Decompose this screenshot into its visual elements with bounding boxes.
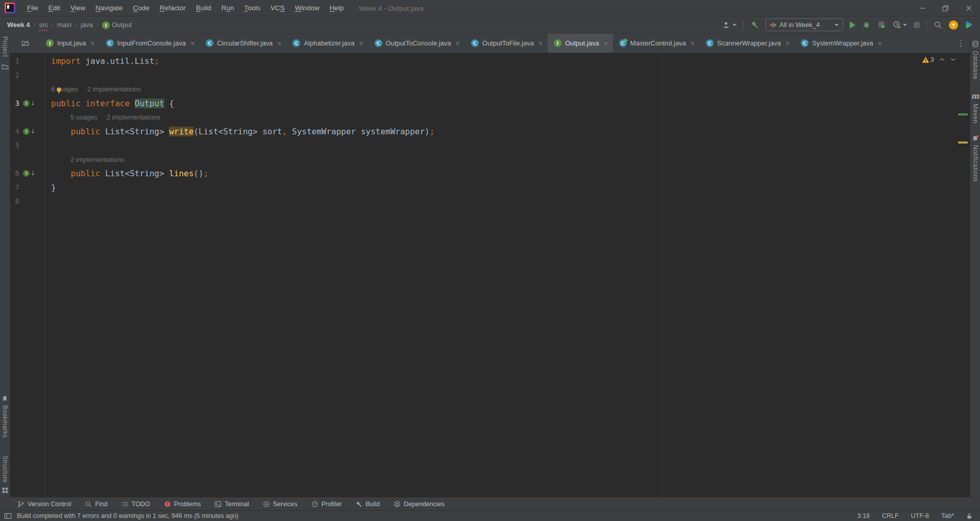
code-editor[interactable]: 1import java.util.List;26 usages2 implem… xyxy=(10,53,970,497)
breadcrumb-item-java[interactable]: java xyxy=(81,21,93,29)
tool-window-button-terminal[interactable]: Terminal xyxy=(214,501,249,508)
tab-close-icon[interactable]: × xyxy=(538,40,543,47)
folder-strikethrough-icon[interactable] xyxy=(21,39,29,47)
code-line[interactable]: 5 xyxy=(10,138,970,153)
menu-item-refactor[interactable]: Refactor xyxy=(155,0,191,16)
unlock-icon[interactable] xyxy=(966,512,973,519)
menu-item-window[interactable]: Window xyxy=(290,0,325,16)
bookmark-icon[interactable] xyxy=(2,395,8,402)
tool-window-button-find[interactable]: Find xyxy=(85,501,107,508)
run-configuration-select[interactable]: All in Week_4 xyxy=(766,18,843,31)
notifications-bell-icon[interactable] xyxy=(971,135,979,143)
ide-update-button[interactable] xyxy=(949,20,958,30)
breadcrumb-item-src[interactable]: src xyxy=(39,21,48,29)
tab-circularshifter-java[interactable]: CCircularShifter.java× xyxy=(200,34,286,53)
tab-input-java[interactable]: IInput.java× xyxy=(40,34,100,53)
implementation-marker-icon[interactable]: I↓ xyxy=(23,97,35,111)
tab-close-icon[interactable]: × xyxy=(786,40,790,47)
tool-window-button-services[interactable]: Services xyxy=(263,501,298,508)
blue-green-triangles-icon[interactable] xyxy=(965,20,974,29)
build-project-button[interactable] xyxy=(750,20,759,29)
tool-window-button-todo[interactable]: TODO xyxy=(121,501,150,508)
maven-logo[interactable]: m xyxy=(971,91,979,101)
line-separator-widget[interactable]: CRLF xyxy=(882,512,899,519)
tool-window-button-dependencies[interactable]: Dependencies xyxy=(394,501,445,508)
tab-alphabetizer-java[interactable]: CAlphabetizer.java× xyxy=(286,34,368,53)
breadcrumb-item-output[interactable]: IOutput xyxy=(102,21,132,29)
usages-hint[interactable]: 5 usages xyxy=(70,113,97,121)
database-icon[interactable] xyxy=(972,40,979,48)
folder-icon[interactable] xyxy=(2,63,9,70)
code-line[interactable]: 8 xyxy=(10,195,970,209)
code-line[interactable]: 6I↓ public List<String> lines(); xyxy=(10,167,970,181)
run-with-coverage-button[interactable] xyxy=(877,20,886,29)
tool-window-button-version-control[interactable]: Version Control xyxy=(17,501,71,508)
tool-stripe-project-button[interactable]: Project xyxy=(2,36,9,57)
scrollbar-mark-green[interactable] xyxy=(958,113,968,115)
scrollbar-mark-yellow[interactable] xyxy=(958,141,968,144)
tab-output-java[interactable]: IOutput.java× xyxy=(548,34,613,53)
tool-window-switcher-icon[interactable] xyxy=(2,487,9,494)
tool-stripe-notifications-button[interactable]: Notifications xyxy=(972,145,979,182)
menu-item-view[interactable]: View xyxy=(65,0,90,16)
implementation-marker-icon[interactable]: I↓ xyxy=(23,125,35,139)
minimize-button[interactable] xyxy=(911,0,934,16)
menu-item-tools[interactable]: Tools xyxy=(239,0,266,16)
tab-outputtofile-java[interactable]: COutputToFile.java× xyxy=(465,34,548,53)
warnings-indicator[interactable]: 3 xyxy=(922,56,934,63)
inlay-hint-row[interactable]: 6 usages2 implementations xyxy=(10,82,970,97)
tool-stripe-structure-button[interactable]: Structure xyxy=(2,456,9,483)
usages-hint[interactable]: 2 implementations xyxy=(87,85,141,93)
tab-systemwrapper-java[interactable]: CSystemWrapper.java× xyxy=(795,34,887,53)
code-line[interactable]: 2 xyxy=(10,68,970,83)
inlay-hint-row[interactable]: 2 implementations xyxy=(10,153,970,167)
tab-outputtoconsole-java[interactable]: COutputToConsole.java× xyxy=(369,34,465,53)
stop-button[interactable] xyxy=(914,22,920,28)
indent-widget[interactable]: Tab* xyxy=(941,512,954,519)
search-everywhere-button[interactable] xyxy=(934,20,942,29)
usages-hint[interactable]: 2 implementations xyxy=(107,113,161,121)
maximize-button[interactable] xyxy=(934,0,957,16)
code-line[interactable]: 3I↓public interface Output { xyxy=(10,97,970,111)
code-line[interactable]: 4I↓ public List<String> write(List<Strin… xyxy=(10,125,970,139)
tab-close-icon[interactable]: × xyxy=(277,40,281,47)
tool-window-button-problems[interactable]: Problems xyxy=(164,501,201,508)
tool-window-button-profiler[interactable]: Profiler xyxy=(311,501,342,508)
tab-close-icon[interactable]: × xyxy=(359,40,363,47)
code-line[interactable]: 7} xyxy=(10,181,970,195)
tab-scannerwrapper-java[interactable]: CScannerWrapper.java× xyxy=(700,34,795,53)
breadcrumb-item-week-4[interactable]: Week 4 xyxy=(7,21,30,29)
menu-item-run[interactable]: Run xyxy=(216,0,239,16)
breadcrumb-item-main[interactable]: main xyxy=(57,21,71,29)
menu-item-vcs[interactable]: VCS xyxy=(265,0,290,16)
tab-close-icon[interactable]: × xyxy=(90,40,94,47)
tab-close-icon[interactable]: × xyxy=(878,40,882,47)
profiler-button[interactable] xyxy=(893,20,907,29)
tab-close-icon[interactable]: × xyxy=(190,40,194,47)
close-button[interactable] xyxy=(957,0,980,16)
tab-close-icon[interactable]: × xyxy=(604,40,608,47)
tab-list-icon[interactable]: ⋮ xyxy=(952,34,970,53)
inlay-hint-row[interactable]: 5 usages2 implementations xyxy=(10,110,970,125)
tool-window-button-build[interactable]: Build xyxy=(355,501,380,508)
next-problem-button[interactable] xyxy=(950,56,957,63)
encoding-widget[interactable]: UTF-8 xyxy=(911,512,929,519)
menu-item-build[interactable]: Build xyxy=(191,0,216,16)
menu-item-help[interactable]: Help xyxy=(325,0,349,16)
implementation-marker-icon[interactable]: I↓ xyxy=(23,167,35,181)
usages-hint[interactable]: 6 usages xyxy=(51,85,78,93)
tab-close-icon[interactable]: × xyxy=(456,40,460,47)
menu-item-code[interactable]: Code xyxy=(128,0,154,16)
tab-mastercontrol-java[interactable]: CMasterControl.java× xyxy=(613,34,700,53)
usages-hint[interactable]: 2 implementations xyxy=(70,156,125,163)
tool-window-panels-icon[interactable] xyxy=(4,512,12,519)
menu-item-file[interactable]: File xyxy=(22,0,43,16)
tool-stripe-maven-button[interactable]: Maven xyxy=(972,104,979,124)
tool-stripe-bookmarks-button[interactable]: Bookmarks xyxy=(2,405,9,438)
previous-problem-button[interactable] xyxy=(939,56,945,63)
run-button[interactable] xyxy=(850,21,855,29)
menu-item-edit[interactable]: Edit xyxy=(43,0,65,16)
caret-position-widget[interactable]: 3:18 xyxy=(857,512,870,519)
code-line[interactable]: 1import java.util.List; xyxy=(10,54,970,68)
tab-close-icon[interactable]: × xyxy=(691,40,695,47)
